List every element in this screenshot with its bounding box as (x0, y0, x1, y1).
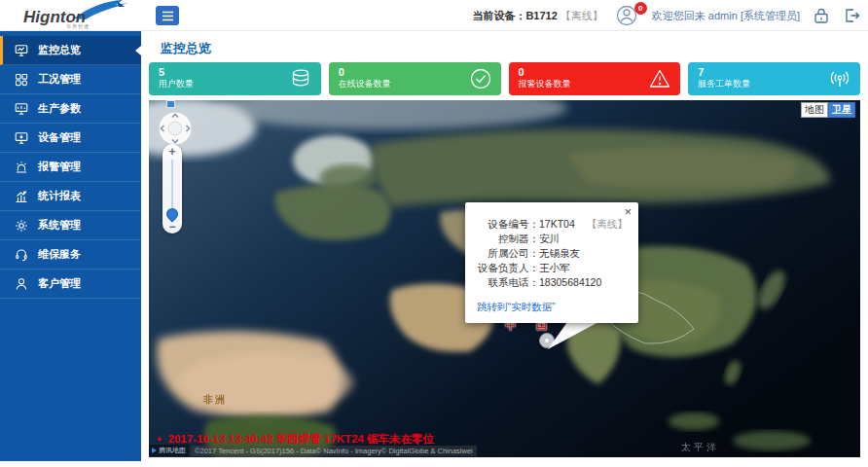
popup-row-phone: 联系电话： 18305684120 (471, 275, 629, 290)
brand-logo: Hignton 华辰智通 (16, 1, 137, 30)
brand-subtitle: 华辰智通 (66, 23, 90, 29)
hamburger-icon (162, 11, 174, 21)
popup-row-controller: 控制器： 安川 (471, 232, 629, 246)
zoom-in-button[interactable]: + (163, 145, 182, 159)
sidebar-item-device-mgmt[interactable]: 设备管理 (0, 124, 141, 153)
popup-row-owner: 设备负责人： 王小军 (471, 261, 629, 275)
lock-screen-button[interactable] (813, 7, 830, 24)
popup-row-label: 控制器： (471, 232, 539, 246)
popup-row-company: 所属公司： 无锡泉友 (471, 246, 629, 261)
device-offline-status: 【离线】 (587, 218, 628, 230)
gear-icon (15, 219, 28, 233)
sidebar-item-label: 统计报表 (38, 189, 81, 203)
user-menu-button[interactable]: 0 (616, 5, 639, 26)
popup-row-value: 17KT04【离线】 (539, 217, 629, 232)
sidebar-item-label: 客户管理 (38, 276, 81, 291)
sidebar-item-label: 报警管理 (38, 160, 81, 174)
tencent-logo-text: 腾讯地图 (159, 446, 186, 455)
stat-cards-row: 5 用户数量 0 在线设备数量 0 报警设备数量 7 服务工单数量 (149, 62, 860, 95)
map-attribution: 腾讯地图 ©2017 Tencent - GS(2017)156 - Data©… (149, 445, 477, 456)
sidebar-collapse-button[interactable] (156, 6, 179, 25)
popup-tail (465, 322, 601, 351)
bar-chart-icon (15, 190, 28, 203)
sidebar-item-label: 生产参数 (38, 101, 81, 116)
current-device: 当前设备：B1712【离线】 (472, 9, 602, 23)
logout-button[interactable] (843, 7, 860, 24)
sidebar-item-label: 监控总览 (38, 43, 81, 57)
map-type-satellite-button[interactable]: 卫星 (828, 102, 855, 118)
welcome-text: 欢迎您回来 admin [系统管理员] (652, 9, 800, 23)
popup-row-value: 王小军 (539, 261, 629, 275)
popup-rows: 设备编号： 17KT04【离线】 控制器： 安川 所属公司： 无锡泉友 设备负责… (465, 202, 638, 290)
topbar-right: 当前设备：B1712【离线】 0 欢迎您回来 admin [系统管理员] (472, 0, 860, 31)
notification-badge: 0 (634, 2, 647, 15)
alarm-siren-icon (15, 161, 28, 174)
person-icon (15, 277, 28, 291)
map-label-africa: 非洲 (203, 393, 227, 407)
lock-icon (813, 7, 830, 24)
device-status: 【离线】 (561, 10, 603, 21)
sidebar-item-customer-mgmt[interactable]: 客户管理 (0, 269, 141, 299)
tencent-arrow-icon (152, 448, 157, 453)
sidebar-item-condition-mgmt[interactable]: 工况管理 (0, 65, 141, 94)
popup-row-label: 设备负责人： (471, 261, 539, 275)
stat-card-work-orders[interactable]: 7 服务工单数量 (688, 62, 860, 95)
map-pan-control[interactable] (157, 110, 194, 147)
current-device-label: 当前设备：B1712 (472, 10, 557, 21)
popup-row-device-id: 设备编号： 17KT04【离线】 (471, 217, 629, 232)
sidebar-item-label: 工况管理 (38, 72, 81, 87)
broadcast-icon (828, 67, 851, 90)
overview-toggle-icon[interactable] (166, 100, 175, 108)
sidebar-item-system-mgmt[interactable]: 系统管理 (0, 211, 141, 240)
zoom-out-button[interactable]: − (163, 220, 182, 234)
monitor-chart-icon (15, 102, 28, 116)
tencent-map-logo: 腾讯地图 (149, 445, 189, 456)
attribution-text: ©2017 Tencent - GS(2017)156 - Data© NavI… (191, 446, 477, 456)
popup-row-label: 联系电话： (471, 275, 539, 290)
topbar: Hignton 华辰智通 当前设备：B1712【离线】 0 欢迎您回来 admi… (0, 0, 868, 31)
sidebar-item-label: 设备管理 (38, 130, 81, 145)
map-type-map-button[interactable]: 地图 (801, 102, 828, 118)
sidebar-item-label: 系统管理 (38, 218, 81, 233)
realtime-data-link[interactable]: 跳转到“实时数据” (477, 301, 556, 314)
stat-card-alarm-devices[interactable]: 0 报警设备数量 (509, 62, 681, 95)
device-info-popup: × 设备编号： 17KT04【离线】 控制器： 安川 所属公司： 无锡泉友 设备… (465, 202, 638, 323)
satellite-map[interactable]: + − 地图 卫星 中 国 非洲 太平洋 × 设备编号： 17KT04【离线】 … (149, 100, 860, 457)
popup-row-value: 安川 (539, 232, 629, 246)
sidebar-item-maintenance-service[interactable]: 维保服务 (0, 240, 141, 269)
popup-row-value: 无锡泉友 (539, 246, 629, 261)
sidebar-item-production-params[interactable]: 生产参数 (0, 94, 141, 124)
grid-icon (15, 73, 28, 87)
stat-card-users[interactable]: 5 用户数量 (149, 62, 321, 95)
headset-icon (15, 248, 28, 262)
warning-triangle-icon (648, 67, 671, 90)
map-type-toggle: 地图 卫星 (801, 102, 855, 118)
ticker-bullet-icon: • (157, 435, 162, 445)
close-icon[interactable]: × (624, 206, 632, 218)
logout-icon (843, 7, 860, 24)
check-circle-icon (469, 67, 492, 90)
sidebar-item-statistics-reports[interactable]: 统计报表 (0, 182, 141, 211)
monitor-icon (15, 44, 28, 57)
sidebar-item-alarm-mgmt[interactable]: 报警管理 (0, 153, 141, 182)
page-title: 监控总览 (161, 40, 211, 57)
active-wedge-icon (135, 46, 141, 55)
device-monitor-icon (15, 131, 28, 145)
popup-row-value: 18305684120 (539, 275, 629, 290)
database-icon (289, 67, 312, 90)
map-zoom-slider[interactable]: + − (163, 144, 182, 234)
popup-row-label: 设备编号： (471, 217, 539, 232)
popup-row-label: 所属公司： (471, 246, 539, 261)
sidebar-nav: 监控总览 工况管理 生产参数 设备管理 报警管理 统计报表 系统管理 维保服务 … (0, 31, 141, 461)
device-id-value: 17KT04 (539, 218, 575, 230)
sidebar-item-label: 维保服务 (38, 247, 81, 262)
map-label-pacific: 太平洋 (681, 441, 719, 454)
sidebar-item-monitor-overview[interactable]: 监控总览 (0, 36, 141, 65)
stat-card-online-devices[interactable]: 0 在线设备数量 (329, 62, 501, 95)
